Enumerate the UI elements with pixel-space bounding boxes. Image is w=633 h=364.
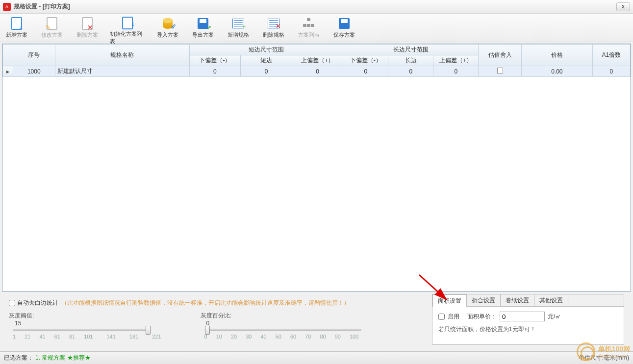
col-a1[interactable]: A1倍数 <box>592 45 630 66</box>
tab-fold[interactable]: 折合设置 <box>466 294 501 306</box>
cell-price[interactable]: 0.00 <box>522 66 592 77</box>
auto-edge-row: 自动去白边统计 （此功能根据图纸情况自行测验数据值，没有统一标准，开启此功能会影… <box>9 299 350 307</box>
row-pointer-col <box>3 45 13 66</box>
tab-area-body: 启用 面积单价： 元/㎡ 若只统计面积，价格设置为1元即可！ <box>432 307 624 339</box>
add-spec-button[interactable]: + 新增规格 <box>226 16 251 42</box>
gray-ticks: 121416181101141181221 <box>9 334 161 340</box>
list-x-icon: ✕ <box>268 19 279 28</box>
auto-edge-label: 自动去白边统计 <box>17 299 58 307</box>
cell-low-s[interactable]: 0 <box>189 66 241 77</box>
status-bar: 已选方案： 1. 常规方案 ★推荐★ 单位尺寸:毫米(mm) <box>0 351 633 364</box>
round-checkbox[interactable] <box>497 68 503 73</box>
area-unit: 元/㎡ <box>548 313 561 321</box>
db-in-icon: ⇙ <box>163 18 173 29</box>
tab-area[interactable]: 面积设置 <box>432 294 467 307</box>
gray-threshold-block: 灰度阈值: 15 121416181101141181221 <box>9 312 161 340</box>
unit-label: 单位尺寸:毫米(mm) <box>579 354 629 362</box>
app-icon: A <box>3 3 11 11</box>
delete-scheme-button[interactable]: ✕ 删除方案 <box>75 16 100 42</box>
list-plus-icon: + <box>232 19 244 28</box>
gray-threshold-label: 灰度阈值: <box>9 312 34 319</box>
tab-roll[interactable]: 卷纸设置 <box>500 294 534 306</box>
col-up-l[interactable]: 上偏差（+） <box>433 55 479 66</box>
gray-threshold-value: 15 <box>15 320 161 327</box>
col-round[interactable]: 估值舍入 <box>479 45 522 66</box>
close-button[interactable]: x <box>616 2 630 11</box>
area-unit-price-input[interactable] <box>500 312 545 321</box>
gray-percent-value: 0 <box>206 320 365 327</box>
col-up-s[interactable]: 上偏差（+） <box>292 55 343 66</box>
cell-a1[interactable]: 0 <box>592 66 630 77</box>
cell-short[interactable]: 0 <box>241 66 292 77</box>
bottom-panel: 自动去白边统计 （此功能根据图纸情况自行测验数据值，没有统一标准，开启此功能会影… <box>2 293 631 351</box>
titlebar: A 规格设置 - [打印方案] x <box>0 0 633 14</box>
selected-scheme-label: 已选方案： <box>4 354 33 362</box>
tab-other[interactable]: 其他设置 <box>534 294 568 306</box>
delete-spec-button[interactable]: ✕ 删除规格 <box>261 16 286 42</box>
col-long[interactable]: 长边 <box>388 55 433 66</box>
cell-round[interactable] <box>479 66 522 77</box>
auto-edge-checkbox[interactable] <box>9 300 15 306</box>
cell-long[interactable]: 0 <box>388 66 433 77</box>
window-title: 规格设置 - [打印方案] <box>14 2 70 11</box>
import-scheme-button[interactable]: ⇙ 导入方案 <box>155 16 180 42</box>
export-scheme-button[interactable]: ⇗ 导出方案 <box>190 16 216 42</box>
doc-plus-icon: + <box>11 17 22 30</box>
col-price[interactable]: 价格 <box>522 45 592 66</box>
col-group-long[interactable]: 长边尺寸范围 <box>343 45 479 55</box>
row-indicator: ▸ <box>3 66 13 77</box>
settings-tabs: 面积设置 折合设置 卷纸设置 其他设置 <box>432 294 624 307</box>
col-seq[interactable]: 序号 <box>13 45 55 66</box>
selected-scheme-name: 1. 常规方案 ★推荐★ <box>35 354 91 362</box>
pct-ticks: 0102030405060708090100 <box>201 334 365 340</box>
cell-name-editing[interactable]: 新建默认尺寸 <box>55 66 189 77</box>
gray-threshold-slider[interactable] <box>13 329 150 331</box>
save-icon <box>339 18 350 29</box>
db-out-icon: ⇗ <box>198 18 208 29</box>
col-name[interactable]: 规格名称 <box>55 45 189 66</box>
cell-low-l[interactable]: 0 <box>343 66 388 77</box>
tree-icon <box>303 18 315 29</box>
area-hint: 若只统计面积，价格设置为1元即可！ <box>438 325 618 334</box>
init-scheme-list-button[interactable]: ↓ 初始化方案列表 <box>110 16 145 42</box>
auto-edge-warning: （此功能根据图纸情况自行测验数据值，没有统一标准，开启此功能会影响统计速度及准确… <box>61 299 350 307</box>
thresholds: 灰度阈值: 15 121416181101141181221 灰度百分比: 0 … <box>9 312 365 340</box>
cell-seq[interactable]: 1000 <box>13 66 55 77</box>
area-unit-price-label: 面积单价： <box>467 313 497 321</box>
cell-up-s[interactable]: 0 <box>292 66 343 77</box>
scheme-list-button[interactable]: 方案列表 <box>296 16 322 42</box>
area-enable-label: 启用 <box>448 313 459 321</box>
gray-percent-block: 灰度百分比: 0 0102030405060708090100 <box>201 312 365 340</box>
doc-arrow-icon: ↓ <box>122 17 133 29</box>
col-short[interactable]: 短边 <box>241 55 292 66</box>
gray-percent-label: 灰度百分比: <box>201 312 231 319</box>
doc-pen-icon: ✎ <box>47 17 57 30</box>
save-scheme-button[interactable]: 保存方案 <box>331 16 357 42</box>
cell-up-l[interactable]: 0 <box>433 66 479 77</box>
settings-tabs-panel: 面积设置 折合设置 卷纸设置 其他设置 启用 面积单价： 元/㎡ 若只统计面积，… <box>432 294 624 345</box>
edit-scheme-button[interactable]: ✎ 修改方案 <box>39 16 65 42</box>
col-low-s[interactable]: 下偏差（-） <box>189 55 241 66</box>
spec-grid[interactable]: 序号 规格名称 短边尺寸范围 长边尺寸范围 估值舍入 价格 A1倍数 下偏差（-… <box>2 44 631 291</box>
new-scheme-button[interactable]: + 新增方案 <box>4 16 29 42</box>
table-row[interactable]: ▸ 1000 新建默认尺寸 0 0 0 0 0 0 0.00 0 <box>3 66 631 77</box>
col-group-short[interactable]: 短边尺寸范围 <box>189 45 343 55</box>
area-enable-checkbox[interactable] <box>438 314 445 320</box>
col-low-l[interactable]: 下偏差（-） <box>343 55 388 66</box>
doc-x-icon: ✕ <box>82 17 93 30</box>
main-toolbar: + 新增方案 ✎ 修改方案 ✕ 删除方案 ↓ 初始化方案列表 ⇙ 导入方案 ⇗ … <box>0 14 633 42</box>
gray-percent-slider[interactable] <box>204 329 361 331</box>
